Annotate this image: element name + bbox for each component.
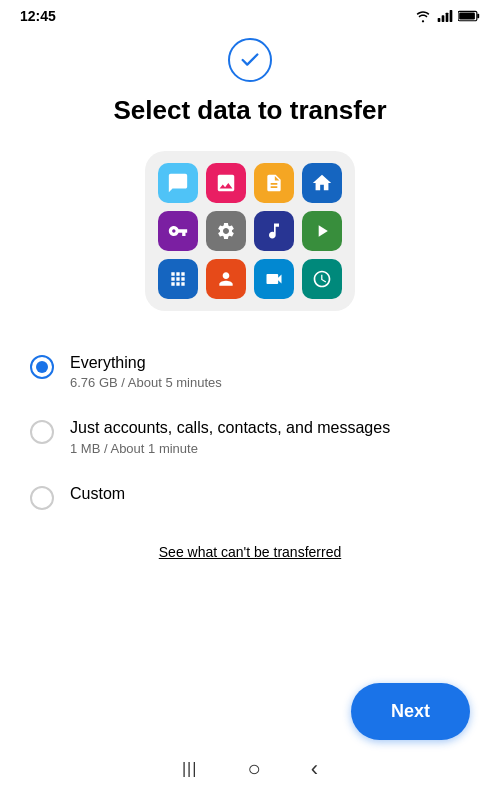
option-everything[interactable]: Everything 6.76 GB / About 5 minutes xyxy=(30,339,470,405)
app-grid xyxy=(158,163,342,299)
svg-rect-0 xyxy=(438,18,441,22)
app-icon-play xyxy=(302,211,342,251)
option-accounts-text: Just accounts, calls, contacts, and mess… xyxy=(70,418,390,456)
app-icon-files xyxy=(254,163,294,203)
app-icon-video xyxy=(254,259,294,299)
svg-rect-2 xyxy=(446,13,449,22)
app-icon-key xyxy=(158,211,198,251)
svg-rect-1 xyxy=(442,15,445,22)
wifi-icon xyxy=(414,9,432,23)
phone-illustration xyxy=(145,151,355,311)
app-icon-clock xyxy=(302,259,342,299)
option-custom-label: Custom xyxy=(70,484,125,505)
app-icon-settings xyxy=(206,211,246,251)
app-icon-messages xyxy=(158,163,198,203)
nav-back-icon[interactable]: ‹ xyxy=(311,756,318,782)
status-bar: 12:45 xyxy=(0,0,500,28)
option-everything-label: Everything xyxy=(70,353,222,374)
app-icon-apps xyxy=(158,259,198,299)
radio-accounts[interactable] xyxy=(30,420,54,444)
option-everything-sub: 6.76 GB / About 5 minutes xyxy=(70,375,222,390)
radio-inner-everything xyxy=(36,361,48,373)
next-button-container: Next xyxy=(351,683,470,740)
nav-recent-icon[interactable]: ||| xyxy=(182,760,197,778)
svg-rect-3 xyxy=(450,10,453,22)
app-icon-gallery xyxy=(206,163,246,203)
next-button[interactable]: Next xyxy=(351,683,470,740)
option-everything-text: Everything 6.76 GB / About 5 minutes xyxy=(70,353,222,391)
check-circle-icon xyxy=(228,38,272,82)
option-accounts-label: Just accounts, calls, contacts, and mess… xyxy=(70,418,390,439)
nav-home-icon[interactable]: ○ xyxy=(247,756,260,782)
svg-rect-6 xyxy=(459,12,475,19)
option-accounts-sub: 1 MB / About 1 minute xyxy=(70,441,390,456)
radio-everything[interactable] xyxy=(30,355,54,379)
bottom-nav: ||| ○ ‹ xyxy=(0,748,500,790)
option-custom[interactable]: Custom xyxy=(30,470,470,524)
battery-icon xyxy=(458,9,480,23)
app-icon-person xyxy=(206,259,246,299)
options-container: Everything 6.76 GB / About 5 minutes Jus… xyxy=(30,339,470,525)
svg-rect-5 xyxy=(477,14,479,19)
app-icon-music xyxy=(254,211,294,251)
option-custom-text: Custom xyxy=(70,484,125,505)
option-accounts[interactable]: Just accounts, calls, contacts, and mess… xyxy=(30,404,470,470)
status-time: 12:45 xyxy=(20,8,56,24)
cant-transfer-link[interactable]: See what can't be transferred xyxy=(159,544,341,560)
signal-icon xyxy=(437,9,453,23)
status-icons xyxy=(414,9,480,23)
app-icon-home xyxy=(302,163,342,203)
page-title: Select data to transfer xyxy=(113,94,386,127)
radio-custom[interactable] xyxy=(30,486,54,510)
main-content: Select data to transfer xyxy=(0,28,500,560)
